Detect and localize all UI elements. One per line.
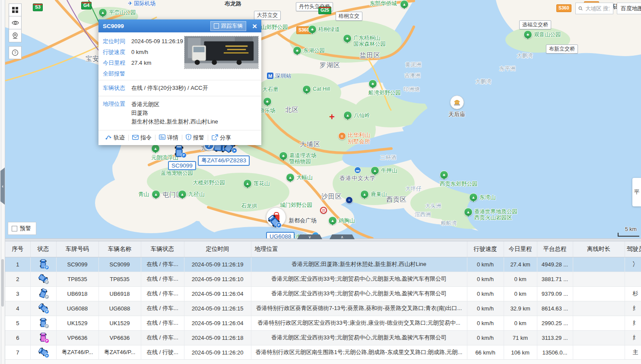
vehicle-plate-label[interactable]: UG6088 [266, 232, 295, 238]
cell-status: 在线 / 停车... [141, 286, 184, 301]
cell-seq: 4 [5, 301, 30, 316]
chevron-up-icon: ∧ [341, 235, 344, 239]
map-scale: 5 km [618, 226, 639, 237]
table-row[interactable]: 2 PTP8535TP8535在线 / 停车...2024-05-09 11:2… [5, 272, 641, 286]
warning-toggle[interactable]: 预警 [8, 222, 36, 235]
close-icon[interactable]: × [252, 22, 257, 30]
water-label: 三杯酒 [380, 154, 397, 161]
cell-name: 粤ZAT46/P... [98, 345, 141, 359]
cell-plate: VP6636 [56, 330, 98, 345]
water-label: 吉澳洲 [404, 72, 421, 79]
cell-platform-total: 9379.09 ... [537, 286, 573, 301]
layers-grid-button[interactable] [9, 3, 22, 16]
popup-action-command[interactable]: 指令 [129, 134, 155, 142]
field-value: 2024-05-09 11:26:19 [131, 38, 183, 44]
vehicle-plate-label[interactable]: SC9099 [168, 161, 196, 170]
popup-action-share[interactable]: 分享 [208, 134, 235, 142]
search-input[interactable] [584, 5, 610, 12]
cell-time: 2024-05-09 11:26:18 [184, 330, 251, 345]
cell-address: 香港元朗区;田厦路;新生村休憩处,新生新村,西山村Line [251, 257, 467, 272]
cell-plate: TP8535 [56, 272, 98, 286]
cell-platform-total: 3881.71 ... [537, 272, 573, 286]
cell-platform-total: 2990.25 ... [537, 316, 573, 330]
location-label: 地理位置 [103, 100, 129, 126]
panel-collapse-tab[interactable]: ‹ [0, 168, 5, 205]
cell-name: UK1529 [98, 316, 141, 330]
cell-name: UB6918 [98, 286, 141, 301]
table-scroll-strip[interactable] [5, 359, 641, 364]
mountain-pin-icon: ▲ [286, 173, 295, 182]
pan-tool-panel[interactable]: 平 [632, 178, 641, 206]
cell-seq: 6 [5, 330, 30, 345]
map-search-box[interactable] [575, 3, 613, 14]
status-badge-icon: P [44, 294, 49, 299]
table-row[interactable]: 3 PUB6918UB6918在线 / 停车...2024-05-09 11:2… [5, 286, 641, 301]
map-canvas[interactable]: ✈ 国际机场S3G4布龙路丹竹头立交桥G25大芬立交梧桐立交东部华侨城▲葵涌高架… [0, 0, 641, 238]
cell-platform-total: 13506.0... [537, 345, 573, 359]
cell-seq: 3 [5, 286, 30, 301]
park-pin-icon: ♣ [263, 97, 272, 106]
water-label: 粮船湾 [441, 220, 457, 227]
university-badge-icon: ▬ [354, 167, 361, 174]
vehicle-plate-label[interactable]: 粤ZAT46/PZ8283 [198, 155, 250, 166]
popup-action-detail[interactable]: 详情 [155, 134, 182, 142]
poi-label: 新都会广场 [289, 217, 317, 225]
table-row[interactable]: 5 PUK1529UK1529在线 / 停车...2024-05-09 11:2… [5, 316, 641, 330]
vehicle-marker[interactable]: P [175, 145, 184, 157]
popup-field-row: 全部报警 [103, 68, 185, 79]
track-vehicle-checkbox[interactable] [214, 23, 219, 28]
cell-time: 2024-05-09 11:26:20 [184, 345, 251, 359]
warning-checkbox[interactable] [12, 226, 17, 231]
help-button[interactable]: ? [9, 46, 22, 59]
vertical-scrollbar[interactable] [1, 259, 4, 307]
park-label: 青山 [138, 191, 149, 198]
cell-offline-duration [573, 345, 625, 359]
share-icon [212, 134, 220, 142]
park-pin-icon: ♣ [293, 46, 301, 55]
column-header: 地理位置 [251, 241, 467, 257]
cell-offline-duration [573, 257, 625, 272]
basemap-switch-button[interactable]: 百度地图 [617, 3, 641, 14]
track-vehicle-toggle[interactable]: 跟踪车辆 [210, 21, 246, 31]
status-badge-icon: P [276, 222, 282, 228]
poi-pin: ▲Cat Hill [302, 85, 330, 94]
splitter-expand-handle[interactable]: ∧ [330, 234, 355, 239]
column-header: 序号 [5, 241, 30, 257]
cell-status: 在线 / 停车... [141, 316, 184, 330]
cell-plate: SC9099 [56, 257, 98, 272]
location-pin-icon [12, 32, 18, 39]
table-row[interactable]: 4 PUG6088UG6088在线 / 停车...2024-05-09 11:2… [5, 301, 641, 316]
temple-marker: 天后庙 [448, 95, 465, 118]
action-label: 轨迹 [114, 134, 125, 142]
cell-status: 在线 / 停车... [141, 272, 184, 286]
splitter-collapse-handle[interactable]: ∨ [297, 234, 322, 239]
park-pin-icon: ♣ [524, 30, 532, 39]
table-row[interactable]: 6 PVP6636VP6636在线 / 停车...2024-05-09 11:2… [5, 330, 641, 345]
vehicle-marker[interactable]: P [270, 215, 279, 227]
cell-today-mileage: 71 km [504, 330, 537, 345]
water-label: 黄泥洲 [405, 61, 422, 69]
cell-offline-duration [573, 330, 625, 345]
column-header: 车辆状态 [141, 241, 184, 257]
club-poi-marker: ≡比华利山别墅会所 [338, 132, 370, 145]
visibility-button[interactable] [9, 16, 22, 29]
locate-button[interactable] [9, 29, 22, 42]
action-label: 分享 [220, 134, 231, 142]
mountain-pin-icon: ▲ [343, 111, 352, 120]
column-header: 状态 [30, 241, 56, 257]
chevron-down-icon: ∨ [308, 235, 311, 239]
cell-time: 2024-05-09 11:26:10 [184, 272, 251, 286]
location-value: 香港元朗区 田厦路 新生村休憩处,新生新村,西山村Line [131, 100, 218, 126]
table-row[interactable]: 1 PSC9099SC9099在线 / 停车...2024-05-09 11:2… [5, 257, 641, 272]
cell-address: 香港元朗区;宏业西街33号;元朗贸易中心,元朗新天地,盈骏汽车有限公司 [251, 330, 467, 345]
table-row[interactable]: 7 ➤粤ZAT46/P...粤ZAT46/P...在线 / 行驶...2024-… [5, 345, 641, 359]
popup-action-route[interactable]: 轨迹 [102, 134, 128, 142]
detail-icon [159, 134, 167, 141]
field-value: 27.4 km [131, 60, 151, 66]
location-line: 田厦路 [131, 109, 218, 117]
poi-pin: ▲东湾山 [469, 193, 496, 202]
cell-speed: 0 km/h [467, 257, 504, 272]
cell-plate: 粤ZAT46/P... [56, 345, 98, 359]
field-label: 行驶速度 [103, 48, 129, 56]
popup-action-alarm[interactable]: 报警 [182, 134, 208, 142]
